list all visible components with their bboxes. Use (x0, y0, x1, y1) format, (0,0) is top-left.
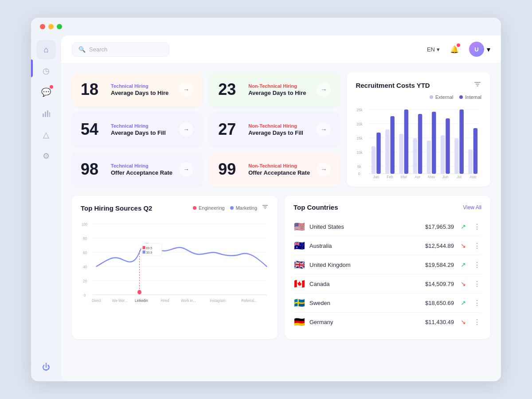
more-button-ca[interactable]: ⋮ (473, 280, 481, 288)
mkt-legend-dot (230, 206, 234, 210)
search-placeholder: Search (89, 46, 107, 53)
svg-point-58 (137, 290, 141, 294)
view-all-button[interactable]: View All (463, 204, 481, 211)
country-name-au: Australia (309, 243, 414, 249)
sidebar-item-analytics[interactable]: ◷ (36, 61, 56, 81)
flag-gb: 🇬🇧 (293, 259, 305, 270)
svg-text:Feb: Feb (387, 175, 394, 178)
legend-internal: Internal (459, 94, 481, 100)
language-selector[interactable]: EN ▾ (427, 46, 440, 53)
more-button-gb[interactable]: ⋮ (473, 261, 481, 269)
tech-fill-info: Technical Hiring Average Days to Fill (111, 123, 173, 136)
notification-badge (457, 43, 460, 47)
svg-text:20k: 20k (356, 122, 363, 126)
metric-card-tech-fill: 54 Technical Hiring Average Days to Fill… (72, 112, 202, 147)
nontech-fill-category: Non-Technical Hiring (248, 123, 310, 129)
filter-icon[interactable] (473, 80, 481, 90)
minimize-dot[interactable] (48, 24, 54, 29)
line-legend: Engineering Marketing (193, 205, 257, 211)
country-name-de: Germany (309, 319, 414, 325)
svg-text:20: 20 (83, 279, 87, 284)
internal-legend-dot (459, 95, 463, 99)
search-box[interactable]: 🔍 Search (72, 42, 169, 57)
sidebar-item-home[interactable]: ⌂ (36, 40, 56, 59)
maximize-dot[interactable] (57, 24, 62, 29)
svg-text:60: 60 (83, 250, 87, 255)
svg-text:0: 0 (84, 293, 86, 298)
eng-legend-label: Engineering (199, 205, 225, 211)
app-window: ⌂ ◷ 💬 △ ⚙ ⏻ 🔍 (31, 18, 501, 381)
nontech-offer-number: 99 (218, 160, 242, 179)
tech-offer-arrow[interactable]: → (179, 162, 193, 176)
avatar: U (469, 42, 484, 57)
bar-chart-svg: 25k 20k 15k 10k 5k 0 (356, 105, 481, 178)
more-button-au[interactable]: ⋮ (473, 242, 481, 250)
svg-text:Aug: Aug (470, 175, 477, 178)
trend-down-icon-au: ↘ (458, 242, 468, 249)
svg-text:15k: 15k (356, 136, 363, 141)
header: 🔍 Search EN ▾ 🔔 U ▾ (61, 35, 501, 63)
metric-card-tech-offer: 98 Technical Hiring Offer Acceptance Rat… (72, 152, 202, 187)
more-button-us[interactable]: ⋮ (473, 223, 481, 231)
search-icon: 🔍 (78, 46, 86, 53)
user-avatar-wrapper[interactable]: U ▾ (469, 42, 490, 57)
svg-rect-32 (460, 110, 464, 174)
tech-hire-arrow[interactable]: → (179, 82, 193, 97)
svg-text:40: 40 (83, 265, 87, 270)
sidebar-item-charts[interactable] (36, 104, 56, 123)
svg-text:Jun: Jun (442, 175, 449, 178)
sidebar: ⌂ ◷ 💬 △ ⚙ ⏻ (31, 35, 61, 381)
non-technical-metrics-col: 23 Non-Technical Hiring Average Days to … (209, 72, 340, 187)
close-dot[interactable] (40, 24, 45, 29)
nontech-offer-label: Offer Acceptance Rate (248, 169, 310, 176)
country-name-us: United States (309, 223, 414, 230)
svg-rect-19 (372, 146, 376, 174)
svg-rect-60 (143, 246, 145, 249)
country-amount-us: $17,965.39 (419, 223, 454, 230)
sidebar-item-power[interactable]: ⏻ (36, 357, 56, 377)
notification-button[interactable]: 🔔 (447, 42, 462, 57)
nontech-hire-category: Non-Technical Hiring (248, 83, 310, 89)
metric-card-nontech-offer: 99 Non-Technical Hiring Offer Acceptance… (209, 152, 340, 187)
nontech-hire-info: Non-Technical Hiring Average Days to Hir… (248, 83, 310, 96)
country-amount-de: $11,430.49 (419, 319, 454, 325)
svg-text:5k: 5k (357, 164, 362, 169)
nontech-offer-arrow[interactable]: → (317, 162, 331, 176)
main-content: 🔍 Search EN ▾ 🔔 U ▾ (61, 35, 501, 381)
svg-text:Instagram: Instagram (210, 298, 226, 303)
chart-header: Recruitment Costs YTD (356, 80, 481, 90)
sidebar-item-settings[interactable]: ⚙ (36, 146, 56, 166)
svg-text:May: May (428, 175, 435, 178)
tech-fill-arrow[interactable]: → (179, 122, 193, 137)
mkt-legend-label: Marketing (236, 205, 257, 211)
line-chart-filter-icon[interactable] (262, 203, 269, 212)
tech-hire-category: Technical Hiring (111, 83, 173, 89)
svg-rect-20 (377, 133, 381, 174)
chart-title: Recruitment Costs YTD (356, 82, 430, 89)
external-legend-dot (430, 95, 433, 99)
nontech-hire-arrow[interactable]: → (317, 82, 331, 97)
sidebar-item-messages[interactable]: 💬 (36, 82, 56, 102)
sidebar-item-warning[interactable]: △ (36, 125, 56, 145)
svg-text:25k: 25k (356, 108, 363, 112)
svg-text:Linkedin: Linkedin (135, 298, 148, 303)
legend-marketing: Marketing (230, 205, 257, 211)
svg-rect-5 (476, 84, 479, 85)
nontech-fill-arrow[interactable]: → (317, 122, 331, 137)
svg-rect-62 (143, 250, 145, 254)
metric-card-nontech-hire: 23 Non-Technical Hiring Average Days to … (209, 72, 340, 107)
title-bar (31, 18, 501, 35)
svg-text:Apr: Apr (415, 175, 421, 178)
recruitment-costs-chart: Recruitment Costs YTD (347, 72, 490, 187)
nontech-offer-category: Non-Technical Hiring (248, 163, 310, 168)
tech-offer-category: Technical Hiring (111, 163, 173, 168)
tech-fill-number: 54 (81, 120, 105, 139)
svg-rect-21 (385, 129, 389, 174)
more-button-de[interactable]: ⋮ (473, 318, 481, 326)
flag-au: 🇦🇺 (293, 240, 305, 251)
svg-rect-0 (43, 113, 44, 117)
more-button-se[interactable]: ⋮ (473, 299, 481, 307)
internal-legend-label: Internal (465, 94, 481, 100)
svg-rect-45 (264, 208, 266, 209)
header-right: EN ▾ 🔔 U ▾ (427, 42, 490, 57)
